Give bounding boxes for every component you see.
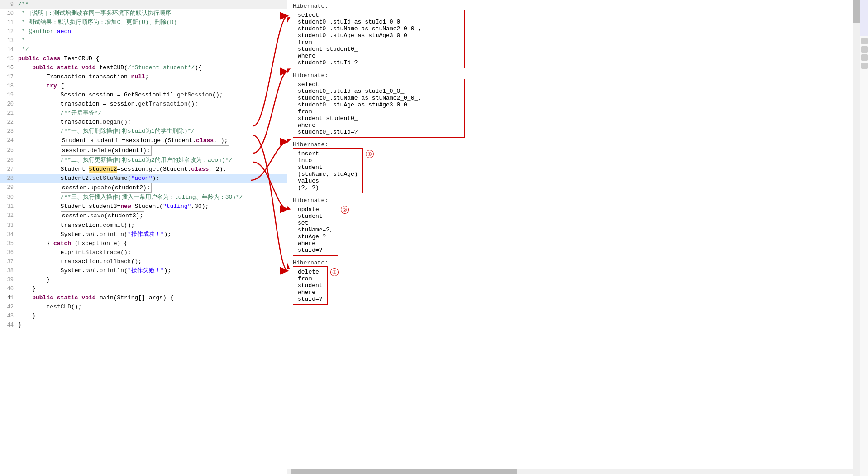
sql-line: student0_.stuName as stuName2_0_0_, bbox=[298, 25, 460, 32]
code-line-20: 20 transaction = session.getTransaction(… bbox=[0, 100, 287, 109]
minimap-indicator bbox=[860, 0, 868, 36]
code-line-14: 14 */ bbox=[0, 45, 287, 54]
sql-line: stuId=? bbox=[298, 296, 323, 303]
sql-line: student bbox=[298, 282, 323, 289]
line-text-20: transaction = session.getTransaction(); bbox=[17, 100, 287, 109]
horizontal-scrollbar[interactable] bbox=[287, 469, 853, 474]
line-text-30: /**三、执行插入操作(插入一条用户名为：tuling、年龄为：30)*/ bbox=[17, 193, 287, 202]
sql-line: stuAge=? bbox=[298, 233, 333, 240]
line-num-26: 26 bbox=[0, 156, 17, 165]
sql-line: stuName=?, bbox=[298, 226, 333, 233]
line-num-15: 15 bbox=[0, 54, 17, 63]
code-line-27: 27 Student student2=session.get(Student.… bbox=[0, 165, 287, 174]
line-num-12: 12 bbox=[0, 27, 17, 36]
sql-line: from bbox=[298, 275, 323, 282]
sql-line: select bbox=[298, 12, 460, 19]
line-num-9: 9 bbox=[0, 0, 17, 9]
sql-line: values bbox=[298, 178, 358, 184]
code-line-16: 16 public static void testCUD(/*Student … bbox=[0, 63, 287, 72]
sql-line: student0_.stuAge as stuAge3_0_0_ bbox=[298, 101, 460, 108]
line-num-19: 19 bbox=[0, 91, 17, 100]
code-line-9: 9 /** bbox=[0, 0, 287, 9]
line-num-36: 36 bbox=[0, 248, 17, 257]
line-text-35: } catch (Exception e) { bbox=[17, 239, 287, 248]
line-num-17: 17 bbox=[0, 72, 17, 82]
line-text-41: public static void main(String[] args) { bbox=[17, 293, 287, 303]
line-num-16: 16 bbox=[0, 63, 17, 72]
hibernate-label-4: Hibernate: bbox=[293, 197, 854, 204]
line-num-42: 42 bbox=[0, 303, 17, 312]
line-num-11: 11 bbox=[0, 18, 17, 27]
minimap-icon-3[interactable] bbox=[861, 54, 868, 61]
code-line-24: 24 Student student1 =session.get(Student… bbox=[0, 136, 287, 146]
sql-line: (?, ?) bbox=[298, 184, 358, 191]
hibernate-label-2: Hibernate: bbox=[293, 72, 854, 79]
line-text-28: student2.setStuName("aeon"); bbox=[17, 174, 287, 183]
code-line-18: 18 try { bbox=[0, 82, 287, 91]
line-text-16: public static void testCUD(/*Student stu… bbox=[17, 63, 287, 72]
line-text-36: e.printStackTrace(); bbox=[17, 248, 287, 257]
code-line-30: 30 /**三、执行插入操作(插入一条用户名为：tuling、年龄为：30)*/ bbox=[0, 193, 287, 202]
sql-line: student0_.stuAge as stuAge3_0_0_ bbox=[298, 32, 460, 39]
sql-block-4: Hibernate: update student set stuName=?,… bbox=[293, 197, 854, 256]
line-num-28: 28 bbox=[0, 174, 17, 183]
code-line-43: 43 } bbox=[0, 312, 287, 321]
sql-line: student student0_ bbox=[298, 115, 460, 122]
line-text-31: Student student3=new Student("tuling",30… bbox=[17, 202, 287, 211]
code-line-34: 34 System.out.println("操作成功！"); bbox=[0, 230, 287, 239]
code-line-35: 35 } catch (Exception e) { bbox=[0, 239, 287, 248]
sql-line: set bbox=[298, 220, 333, 226]
vscroll-thumb[interactable] bbox=[853, 0, 860, 23]
line-text-10: * [说明]：测试增删改在同一事务环境下的默认执行顺序 bbox=[17, 9, 287, 18]
sql-line: delete bbox=[298, 269, 323, 275]
code-line-36: 36 e.printStackTrace(); bbox=[0, 248, 287, 257]
line-text-11: * 测试结果：默认执行顺序为：增加C、更新(U)、删除(D) bbox=[17, 18, 287, 27]
line-text-38: System.out.println("操作失败！"); bbox=[17, 266, 287, 275]
circle-num-1: ① bbox=[366, 150, 374, 158]
line-text-19: Session session = GetSessionUtil.getSess… bbox=[17, 91, 287, 100]
scrollbar-thumb[interactable] bbox=[291, 469, 517, 474]
sql-line: student bbox=[298, 213, 333, 220]
code-line-10: 10 * [说明]：测试增删改在同一事务环境下的默认执行顺序 bbox=[0, 9, 287, 18]
circle-num-3: ③ bbox=[330, 268, 339, 276]
minimap-icon-1[interactable] bbox=[861, 38, 868, 44]
sql-line: select bbox=[298, 81, 460, 88]
code-line-42: 42 testCUD(); bbox=[0, 303, 287, 312]
sql-panel: Hibernate: select student0_.stuId as stu… bbox=[287, 0, 860, 476]
line-num-10: 10 bbox=[0, 9, 17, 18]
line-num-27: 27 bbox=[0, 165, 17, 174]
line-num-30: 30 bbox=[0, 193, 17, 202]
minimap bbox=[860, 0, 868, 476]
code-panel: 9 /** 10 * [说明]：测试增删改在同一事务环境下的默认执行顺序 11 … bbox=[0, 0, 287, 476]
code-line-12: 12 * @author aeon bbox=[0, 27, 287, 36]
sql-block-3: Hibernate: insert into student (stuName,… bbox=[293, 141, 854, 193]
sql-line: from bbox=[298, 108, 460, 115]
line-num-21: 21 bbox=[0, 109, 17, 118]
minimap-icon-4[interactable] bbox=[861, 63, 868, 69]
sql-line: student bbox=[298, 164, 358, 171]
sql-line: into bbox=[298, 157, 358, 164]
line-text-12: * @author aeon bbox=[17, 27, 287, 36]
line-num-18: 18 bbox=[0, 82, 17, 91]
sql-query-5: delete from student where stuId=? bbox=[293, 266, 328, 305]
code-line-11: 11 * 测试结果：默认执行顺序为：增加C、更新(U)、删除(D) bbox=[0, 18, 287, 27]
vertical-scrollbar[interactable] bbox=[853, 0, 860, 476]
sql-query-2: select student0_.stuId as stuId1_0_0_, s… bbox=[293, 79, 465, 138]
line-text-17: Transaction transaction=null; bbox=[17, 72, 287, 82]
line-text-39: } bbox=[17, 275, 287, 284]
line-num-37: 37 bbox=[0, 257, 17, 266]
sql-query-3: insert into student (stuName, stuAge) va… bbox=[293, 148, 363, 193]
line-text-21: /**开启事务*/ bbox=[17, 109, 287, 118]
hibernate-label-3: Hibernate: bbox=[293, 141, 854, 148]
sql-query-4: update student set stuName=?, stuAge=? w… bbox=[293, 204, 338, 256]
line-text-25: session.delete(student1); bbox=[17, 146, 287, 156]
line-num-32: 32 bbox=[0, 211, 17, 220]
minimap-icon-2[interactable] bbox=[861, 46, 868, 53]
code-line-29: 29 session.update(student2); bbox=[0, 183, 287, 193]
sql-line: student0_.stuId=? bbox=[298, 129, 460, 135]
line-num-13: 13 bbox=[0, 36, 17, 45]
sql-line: where bbox=[298, 53, 460, 59]
code-line-40: 40 } bbox=[0, 284, 287, 293]
line-text-9: /** bbox=[17, 0, 287, 9]
line-num-24: 24 bbox=[0, 136, 17, 145]
